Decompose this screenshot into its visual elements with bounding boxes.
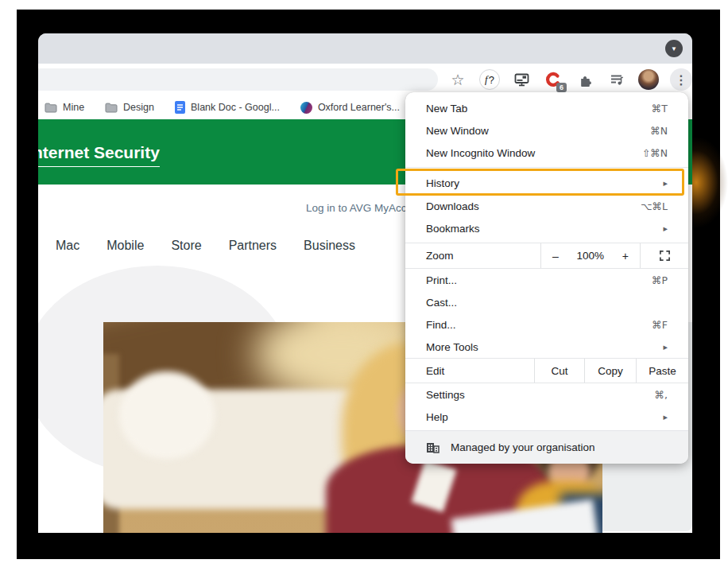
cut-button[interactable]: Cut	[534, 359, 584, 383]
folder-icon	[45, 103, 57, 113]
zoom-in-button[interactable]: +	[622, 250, 629, 262]
browser-toolbar: ☆ f? 6	[38, 64, 692, 95]
search-tabs-button[interactable]: ▼	[665, 40, 683, 57]
menu-shortcut: ⌘,	[655, 389, 668, 401]
menu-label: New Tab	[426, 103, 467, 115]
nav-item-business[interactable]: Business	[304, 239, 355, 253]
menu-label: Bookmarks	[426, 223, 480, 235]
menu-label: Print...	[426, 274, 457, 286]
menu-item-new-incognito[interactable]: New Incognito Window ⇧⌘N	[405, 142, 688, 164]
browser-window: ▼ ☆ f?	[38, 33, 692, 533]
extension-badge: 6	[556, 83, 567, 92]
bookmark-label: Blank Doc - Googl...	[191, 102, 280, 113]
menu-item-print[interactable]: Print... ⌘P	[405, 269, 688, 291]
menu-shortcut: ⌘N	[650, 125, 668, 137]
menu-item-new-window[interactable]: New Window ⌘N	[405, 119, 688, 142]
menu-shortcut: ⌘T	[652, 103, 668, 115]
bookmark-label: Oxford Learner's...	[318, 102, 400, 113]
menu-item-new-tab[interactable]: New Tab ⌘T	[405, 97, 688, 119]
submenu-arrow-icon: ▸	[663, 178, 668, 188]
fn-question-extension-icon[interactable]: f?	[479, 69, 500, 90]
menu-separator	[405, 167, 688, 168]
photo-pillow	[119, 371, 215, 459]
zoom-value: 100%	[577, 250, 605, 262]
fullscreen-icon	[659, 250, 671, 262]
edit-label: Edit	[405, 359, 534, 383]
kebab-icon: ⋮	[675, 72, 687, 87]
red-c-extension-icon[interactable]: 6	[543, 69, 563, 90]
menu-label: New Incognito Window	[426, 147, 535, 159]
menu-item-downloads[interactable]: Downloads ⌥⌘L	[405, 195, 688, 217]
menu-item-help[interactable]: Help ▸	[405, 406, 688, 428]
bookmark-folder-mine[interactable]: Mine	[45, 102, 84, 113]
google-docs-icon	[175, 101, 185, 114]
bookmark-label: Mine	[63, 102, 84, 113]
address-bar[interactable]	[38, 68, 438, 91]
three-dot-menu-button[interactable]: ⋮	[670, 68, 692, 91]
nav-item-mobile[interactable]: Mobile	[106, 239, 144, 253]
menu-item-history[interactable]: History ▸	[405, 171, 688, 195]
menu-shortcut: ⌘F	[652, 319, 668, 331]
menu-shortcut: ⌥⌘L	[641, 200, 668, 212]
menu-edit-row: Edit Cut Copy Paste	[405, 358, 688, 383]
menu-item-cast[interactable]: Cast...	[405, 291, 688, 313]
page-title[interactable]: nternet Security	[38, 143, 160, 167]
submenu-arrow-icon: ▸	[663, 342, 668, 352]
bookmark-blank-doc[interactable]: Blank Doc - Googl...	[175, 101, 280, 114]
menu-item-settings[interactable]: Settings ⌘,	[405, 383, 688, 406]
menu-label: Downloads	[426, 200, 479, 212]
fullscreen-button[interactable]	[640, 243, 688, 268]
menu-label: Find...	[426, 319, 456, 331]
menu-label: More Tools	[426, 341, 478, 353]
media-controls-icon[interactable]	[606, 69, 627, 90]
bookmark-folder-design[interactable]: Design	[105, 102, 154, 113]
copy-button[interactable]: Copy	[584, 359, 636, 383]
zoom-controls: – 100% +	[540, 243, 640, 268]
toolbar-icons: ☆ f? 6	[447, 68, 692, 91]
menu-label: History	[426, 177, 459, 189]
menu-label: Cast...	[426, 297, 457, 309]
tab-strip: ▼	[38, 33, 692, 64]
managed-label: Managed by your organisation	[451, 441, 595, 453]
menu-label: New Window	[426, 125, 489, 137]
chevron-down-icon: ▼	[671, 45, 677, 52]
zoom-out-button[interactable]: –	[552, 250, 559, 262]
organisation-building-icon	[426, 441, 440, 454]
nav-item-partners[interactable]: Partners	[229, 239, 277, 253]
menu-item-bookmarks[interactable]: Bookmarks ▸	[405, 217, 688, 239]
menu-label: Settings	[426, 389, 465, 401]
extensions-puzzle-icon[interactable]	[575, 69, 595, 90]
menu-shortcut: ⌘P	[652, 274, 668, 286]
oxford-globe-icon	[300, 102, 312, 114]
menu-label: Help	[426, 411, 448, 423]
menu-zoom-row: Zoom – 100% +	[405, 243, 688, 269]
menu-item-more-tools[interactable]: More Tools ▸	[405, 336, 688, 358]
nav-item-mac[interactable]: Mac	[56, 239, 79, 253]
screenshot-stage: ▼ ☆ f?	[0, 0, 728, 575]
menu-shortcut: ⇧⌘N	[642, 147, 668, 159]
bookmark-oxford[interactable]: Oxford Learner's...	[300, 102, 400, 114]
profile-avatar[interactable]	[638, 69, 659, 90]
submenu-arrow-icon: ▸	[663, 223, 668, 234]
submenu-arrow-icon: ▸	[663, 412, 668, 422]
bookmark-star-icon[interactable]: ☆	[447, 69, 468, 90]
bookmark-label: Design	[123, 102, 154, 113]
screen-monitor-extension-icon[interactable]	[511, 69, 532, 90]
nav-item-store[interactable]: Store	[171, 239, 201, 253]
chrome-menu: New Tab ⌘T New Window ⌘N New Incognito W…	[405, 92, 688, 464]
managed-footer[interactable]: Managed by your organisation	[405, 430, 688, 464]
folder-icon	[105, 103, 118, 113]
zoom-label: Zoom	[405, 243, 540, 268]
site-nav: Mac Mobile Store Partners Business	[56, 239, 355, 253]
menu-item-find[interactable]: Find... ⌘F	[405, 313, 688, 336]
paste-button[interactable]: Paste	[636, 359, 688, 383]
